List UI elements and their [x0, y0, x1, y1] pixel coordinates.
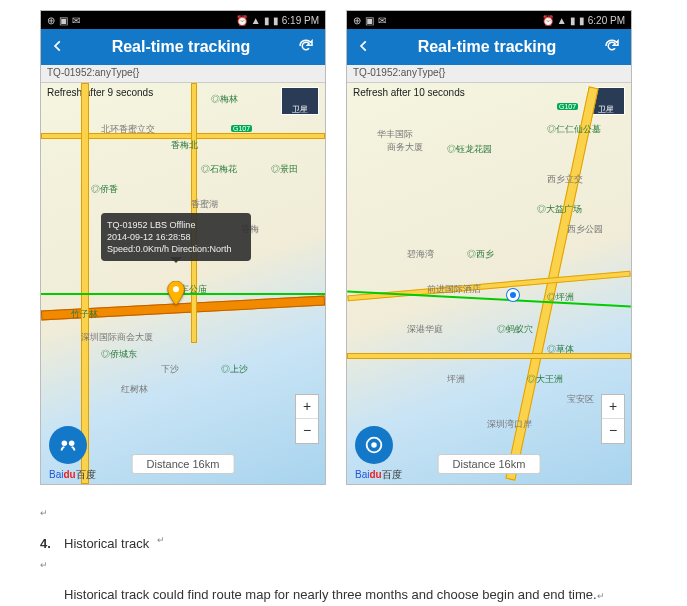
info-line3: Speed:0.0Km/h Direction:North	[107, 243, 245, 255]
paragraph-mark-icon: ↵	[157, 531, 165, 557]
poi: 香蜜湖	[191, 198, 218, 211]
zoom-control: + −	[295, 394, 319, 444]
locate-fab-button[interactable]	[355, 426, 393, 464]
poi: ◎侨城东	[101, 348, 137, 361]
poi: 香梅北	[171, 139, 198, 152]
poi: ◎大王洲	[527, 373, 563, 386]
list-number: 4.	[40, 531, 56, 557]
add-icon: ⊕	[47, 15, 55, 26]
poi: ◎仁仁仙公墓	[547, 123, 601, 136]
poi: 华丰国际	[377, 128, 413, 141]
poi: ◎侨香	[91, 183, 118, 196]
wifi-icon: ▲	[251, 15, 261, 26]
poi: ◎景田	[271, 163, 298, 176]
android-status-bar: ⊕ ▣ ✉ ⏰ ▲ ▮ ▮ 6:19 PM	[41, 11, 325, 29]
distance-badge: Distance 16km	[132, 454, 235, 474]
poi: 北环香蜜立交	[101, 123, 155, 136]
poi: ◎大益广场	[537, 203, 582, 216]
baidu-logo: Baidu百度	[49, 468, 96, 482]
poi: 下沙	[161, 363, 179, 376]
phone-screenshot-2: ⊕ ▣ ✉ ⏰ ▲ ▮ ▮ 6:20 PM Real-time tracking	[346, 10, 632, 485]
poi: 碧海湾	[407, 248, 434, 261]
clock-text: 6:20 PM	[588, 15, 625, 26]
svg-point-0	[173, 286, 179, 292]
baidu-logo: Baidu百度	[355, 468, 402, 482]
battery-icon: ▮	[273, 15, 279, 26]
poi: 坪洲	[447, 373, 465, 386]
route-badge-g107: G107	[231, 125, 252, 132]
map-view[interactable]: Refresh after 10 seconds 卫星 G107 华丰国际 ◎钰…	[347, 83, 631, 484]
info-line2: 2014-09-12 16:28:58	[107, 231, 245, 243]
info-line1: TQ-01952 LBS Offline	[107, 219, 245, 231]
poi: 深港华庭	[407, 323, 443, 336]
tracker-info-popup: TQ-01952 LBS Offline 2014-09-12 16:28:58…	[101, 213, 251, 261]
wechat-icon: ✉	[72, 15, 80, 26]
description-paragraph: Historical track could find route map fo…	[64, 585, 647, 606]
add-icon: ⊕	[353, 15, 361, 26]
current-location-dot-icon	[507, 289, 519, 301]
poi: 红树林	[121, 383, 148, 396]
list-item-4: 4. Historical track ↵	[40, 531, 647, 557]
route-badge-g107: G107	[557, 103, 578, 110]
poi: 宝安区	[567, 393, 594, 406]
alarm-icon: ⏰	[236, 15, 248, 26]
image-icon: ▣	[59, 15, 68, 26]
image-icon: ▣	[365, 15, 374, 26]
battery-icon: ▮	[579, 15, 585, 26]
refresh-button[interactable]	[603, 37, 621, 58]
poi: ◎上沙	[221, 363, 248, 376]
map-view[interactable]: Refresh after 9 seconds 卫星 G107 ◎梅林 北环香蜜…	[41, 83, 325, 484]
poi: 西乡立交	[547, 173, 583, 186]
wifi-icon: ▲	[557, 15, 567, 26]
poi: 前进国际酒店	[427, 283, 481, 296]
svg-point-1	[62, 440, 68, 446]
list-text: Historical track	[64, 531, 149, 557]
paragraph-mark-icon: ↵	[40, 508, 48, 518]
android-status-bar: ⊕ ▣ ✉ ⏰ ▲ ▮ ▮ 6:20 PM	[347, 11, 631, 29]
device-id-bar: TQ-01952:anyType{}	[347, 65, 631, 83]
clock-text: 6:19 PM	[282, 15, 319, 26]
zoom-control: + −	[601, 394, 625, 444]
zoom-in-button[interactable]: +	[296, 395, 318, 419]
poi: ◎梅林	[211, 93, 238, 106]
refresh-countdown: Refresh after 9 seconds	[47, 87, 153, 98]
svg-point-4	[371, 442, 377, 448]
poi: 西乡公园	[567, 223, 603, 236]
signal-icon: ▮	[570, 15, 576, 26]
poi: ◎草体	[547, 343, 574, 356]
app-header: Real-time tracking	[41, 29, 325, 65]
poi: 竹子林	[71, 308, 98, 321]
poi: 深圳国际商会大厦	[81, 331, 153, 344]
back-button[interactable]	[51, 39, 65, 56]
poi: ◎蚂蚁穴	[497, 323, 533, 336]
zoom-out-button[interactable]: −	[296, 419, 318, 443]
poi: ◎钰龙花园	[447, 143, 492, 156]
header-title: Real-time tracking	[65, 38, 297, 56]
header-title: Real-time tracking	[371, 38, 603, 56]
poi: 商务大厦	[387, 141, 423, 154]
zoom-in-button[interactable]: +	[602, 395, 624, 419]
distance-badge: Distance 16km	[438, 454, 541, 474]
poi: ◎西乡	[467, 248, 494, 261]
svg-point-2	[69, 440, 75, 446]
device-id-bar: TQ-01952:anyType{}	[41, 65, 325, 83]
back-button[interactable]	[357, 39, 371, 56]
refresh-button[interactable]	[297, 37, 315, 58]
refresh-countdown: Refresh after 10 seconds	[353, 87, 465, 98]
paragraph-mark-icon: ↵	[40, 560, 48, 570]
alarm-icon: ⏰	[542, 15, 554, 26]
zoom-out-button[interactable]: −	[602, 419, 624, 443]
poi: ◎坪洲	[547, 291, 574, 304]
app-header: Real-time tracking	[347, 29, 631, 65]
phone-screenshot-1: ⊕ ▣ ✉ ⏰ ▲ ▮ ▮ 6:19 PM Real-time tracking	[40, 10, 326, 485]
satellite-toggle[interactable]: 卫星	[281, 87, 319, 115]
signal-icon: ▮	[264, 15, 270, 26]
action-fab-button[interactable]	[49, 426, 87, 464]
location-marker-icon	[167, 281, 185, 305]
wechat-icon: ✉	[378, 15, 386, 26]
poi: 深圳湾口岸	[487, 418, 532, 431]
poi: ◎石梅花	[201, 163, 237, 176]
